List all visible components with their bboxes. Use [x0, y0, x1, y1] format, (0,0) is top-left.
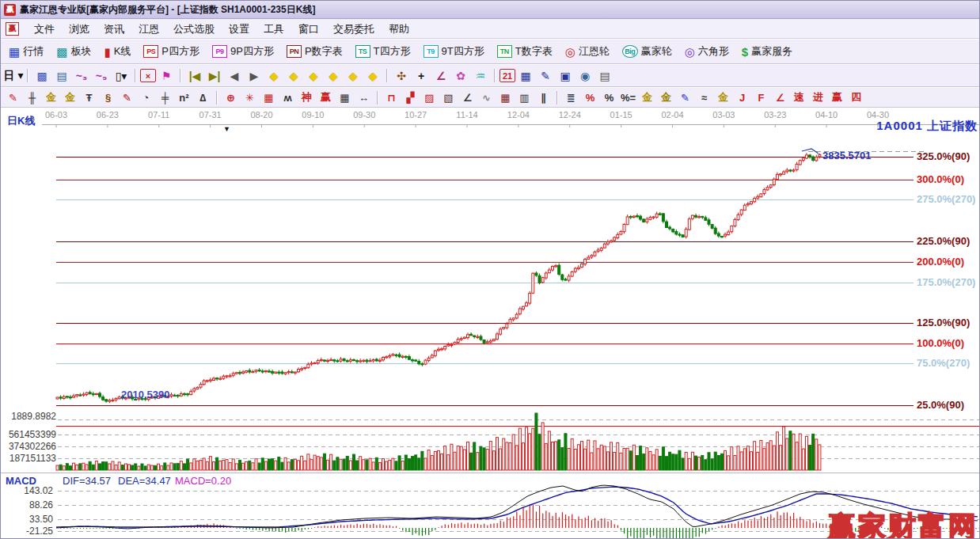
god-line-tool[interactable]: 神 — [298, 89, 316, 105]
menu-item-帮助[interactable]: 帮助 — [382, 21, 416, 37]
p-number-table-button[interactable]: PNP数字表 — [282, 42, 348, 61]
menu-item-设置[interactable]: 设置 — [222, 21, 256, 37]
multi-angle-tool[interactable]: ∠ — [771, 89, 789, 105]
menu-item-江恩[interactable]: 江恩 — [131, 21, 166, 37]
calculator-button[interactable]: ▦ — [516, 67, 535, 85]
percent-lines-tool[interactable]: %= — [619, 89, 637, 105]
shift-left-diamond-button[interactable]: ◆ — [264, 67, 283, 85]
mirror-angle-tool[interactable]: ∆ — [194, 89, 212, 105]
calendar-button[interactable]: 21 — [499, 69, 515, 82]
golden-section-tool[interactable]: 金 — [42, 89, 60, 105]
number-grid-tool[interactable]: ▦ — [336, 89, 354, 105]
kline-button[interactable]: ▮K线 — [99, 42, 135, 61]
span-measure-tool[interactable]: ↔ — [355, 89, 373, 105]
mini-chart-3-button[interactable]: ~₃ — [72, 67, 91, 85]
f-angle-tool[interactable]: F — [752, 89, 770, 105]
memo-edit-button[interactable]: ✎ — [536, 67, 555, 85]
web-export-button[interactable]: ◉ — [575, 67, 594, 85]
first-screen-button[interactable]: |◀ — [185, 67, 204, 85]
hexagon-button[interactable]: ◎六角形 — [680, 42, 734, 61]
zoom-in-diamond-button[interactable]: ◆ — [344, 67, 363, 85]
info-list-button[interactable]: ▤ — [52, 67, 71, 85]
ray-fan-tool[interactable]: ▞ — [401, 89, 420, 105]
parallel-lines-tool[interactable]: ∥ — [534, 89, 553, 105]
spiral-tool[interactable]: § — [99, 89, 117, 105]
win-angle-tool[interactable]: 赢 — [828, 89, 846, 105]
last-screen-button[interactable]: ▶| — [205, 67, 224, 85]
win-line-tool[interactable]: 赢 — [317, 89, 335, 105]
expand-h-diamond-button[interactable]: ◆ — [304, 67, 323, 85]
ruler-grid-tool[interactable]: ╫ — [23, 89, 41, 105]
golden-box-tool[interactable]: 金 — [61, 89, 79, 105]
four-square-tool[interactable]: 四 — [847, 89, 865, 105]
wave-count-tool[interactable]: ʍ — [279, 89, 297, 105]
j-angle-tool[interactable]: J — [733, 89, 751, 105]
menu-item-窗口[interactable]: 窗口 — [291, 21, 326, 37]
gann-shape-button[interactable]: ✿ — [451, 67, 470, 85]
gold-lines-tool[interactable]: 金 — [657, 89, 675, 105]
9p-square-button[interactable]: P99P四方形 — [207, 42, 279, 61]
time-ruler-tool[interactable]: Ŧ — [80, 89, 98, 105]
gold-underline-tool[interactable]: 金 — [714, 89, 732, 105]
mini-chart-9-button[interactable]: ~₉ — [92, 67, 111, 85]
menu-item-文件[interactable]: 文件 — [27, 21, 62, 37]
gold-circle-tool[interactable]: 金 — [638, 89, 656, 105]
gann-wheel-button[interactable]: ◎江恩轮 — [560, 42, 614, 61]
wave-line-tool[interactable]: ∿ — [477, 89, 496, 105]
t-square-button[interactable]: TST四方形 — [351, 42, 416, 61]
quotes-button[interactable]: ▦行情 — [4, 42, 48, 61]
t-number-table-button[interactable]: TNT数字表 — [492, 42, 557, 61]
gann-target-tool[interactable]: ⊕ — [222, 89, 240, 105]
formula-manager-button[interactable]: × — [140, 69, 156, 82]
percent-pencil-tool[interactable]: ✎ — [118, 89, 136, 105]
shade-grid-tool[interactable]: ▧ — [439, 89, 458, 105]
angle-measure-button[interactable]: ∠ — [431, 67, 450, 85]
arc-wave-tool[interactable]: ≈ — [695, 89, 713, 105]
price-ruler-tool[interactable]: ╪ — [156, 89, 174, 105]
gann-web-tool[interactable]: ✳ — [241, 89, 259, 105]
blue-pencil-tool[interactable]: ✎ — [676, 89, 694, 105]
shift-right-diamond-button[interactable]: ◆ — [284, 67, 303, 85]
menu-item-交易委托[interactable]: 交易委托 — [326, 21, 382, 37]
print-button[interactable]: ▤ — [595, 67, 614, 85]
menu-item-工具[interactable]: 工具 — [256, 21, 291, 37]
pencil-tool[interactable]: ✎ — [4, 89, 22, 105]
speed-line-tool[interactable]: 速 — [790, 89, 808, 105]
menu-item-公式选股[interactable]: 公式选股 — [166, 21, 222, 37]
column-grid-tool[interactable]: ▥ — [515, 89, 534, 105]
9t-square-button[interactable]: T99T四方形 — [419, 42, 489, 61]
compress-h-diamond-button[interactable]: ◆ — [324, 67, 343, 85]
cycle-circle-tool[interactable]: ◔ — [137, 89, 155, 105]
menu-item-浏览[interactable]: 浏览 — [62, 21, 97, 37]
sectors-button[interactable]: ▩板块 — [51, 42, 96, 61]
percent-tool[interactable]: % — [600, 89, 618, 105]
gann-grid-tool[interactable]: ▦ — [260, 89, 278, 105]
candle-style-dropdown[interactable]: ▯▾ — [112, 67, 131, 85]
box-tool[interactable]: ⊓ — [382, 89, 401, 105]
stats-bars-tool[interactable]: ≣ — [562, 89, 580, 105]
fan-grid-tool[interactable]: ▨ — [420, 89, 439, 105]
percent-slash-tool[interactable]: % — [581, 89, 599, 105]
winner-service-button[interactable]: $赢家服务 — [737, 42, 797, 61]
menu-item-资讯[interactable]: 资讯 — [97, 21, 131, 37]
period-day-dropdown[interactable]: 日 ▾ — [4, 67, 23, 85]
winner-wheel-button[interactable]: Big赢家轮 — [617, 42, 677, 61]
wave-tool-button[interactable]: ♒ — [471, 67, 490, 85]
title-bar[interactable]: 赢 赢家江恩专业版[赢家内部服务平台] - [上证指数 SH1A0001-235… — [1, 1, 979, 19]
trend-line-tool[interactable]: ∠ — [458, 89, 477, 105]
next-screen-button[interactable]: ▶ — [245, 67, 264, 85]
web-quote-button[interactable]: ▩ — [32, 67, 51, 85]
macd-indicator-title[interactable]: MACD — [6, 475, 36, 487]
color-flag-button[interactable]: ⚑ — [157, 67, 176, 85]
chart-area[interactable]: 日K线 1A0001 上证指数 ▼ 3835.5701 2010.5390 18… — [1, 108, 980, 539]
drag-hand-button[interactable]: ✣ — [392, 67, 411, 85]
prev-screen-button[interactable]: ◀ — [225, 67, 244, 85]
crosshair-button[interactable]: + — [412, 67, 431, 85]
advance-line-tool[interactable]: 进 — [809, 89, 827, 105]
n-square-tool[interactable]: n² — [175, 89, 193, 105]
save-button[interactable]: ▣ — [556, 67, 575, 85]
gann-level-label: 175.0%(270) — [917, 276, 975, 288]
p-square-button[interactable]: PSP四方形 — [139, 42, 204, 61]
zoom-out-diamond-button[interactable]: ◆ — [363, 67, 382, 85]
dark-grid-tool[interactable]: ▦ — [496, 89, 515, 105]
